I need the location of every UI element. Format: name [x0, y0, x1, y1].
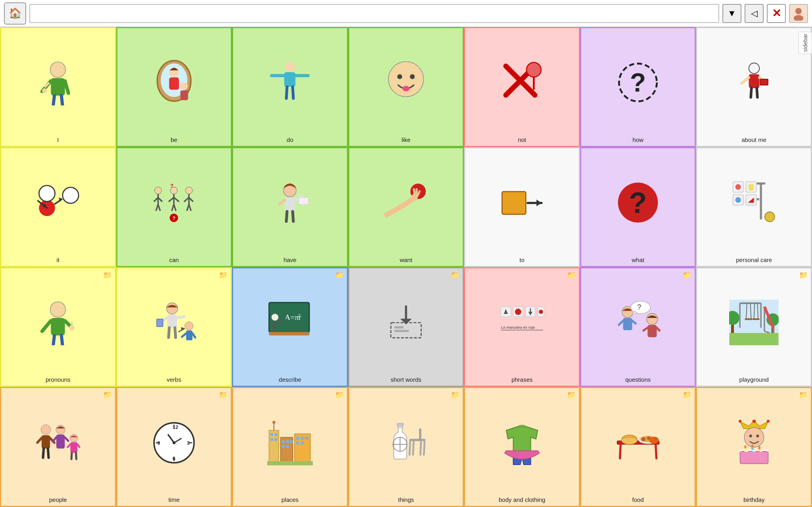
svg-marker-130 — [400, 319, 412, 325]
svg-point-249 — [749, 434, 752, 437]
svg-line-64 — [189, 205, 191, 211]
svg-rect-98 — [51, 318, 65, 335]
cell-not-label: not — [518, 136, 526, 143]
cell-places[interactable]: 📁 — [232, 387, 348, 507]
cell-not[interactable]: not — [464, 27, 580, 147]
cell-things[interactable]: 📁 things — [348, 387, 464, 507]
cell-phrases[interactable]: 📁 La manzana es roja phrases — [464, 267, 580, 387]
cell-it[interactable]: it — [0, 147, 116, 267]
svg-line-147 — [619, 321, 623, 325]
svg-rect-146 — [623, 318, 632, 330]
cell-want-label: want — [400, 256, 412, 264]
folder-icon: 📁 — [683, 390, 691, 399]
close-button[interactable]: ✕ — [767, 4, 786, 23]
cell-can-label: can — [169, 256, 179, 264]
sidebar-label[interactable]: sidebar — [799, 32, 812, 54]
svg-point-248 — [744, 428, 764, 448]
svg-line-37 — [756, 88, 757, 98]
svg-rect-228 — [410, 439, 425, 441]
svg-rect-220 — [296, 442, 299, 445]
cell-phrases-label: phrases — [511, 376, 532, 383]
cell-playground[interactable]: 📁 — [696, 267, 812, 387]
cell-pronouns[interactable]: 📁 pronouns — [0, 267, 116, 387]
svg-rect-219 — [305, 437, 308, 440]
cell-like[interactable]: like — [348, 27, 464, 147]
svg-line-155 — [657, 328, 659, 331]
svg-rect-212 — [286, 440, 289, 443]
dropdown-button[interactable]: ▼ — [722, 4, 741, 23]
svg-point-110 — [185, 322, 193, 330]
cell-food[interactable]: 📁 food — [580, 387, 696, 507]
cell-people[interactable]: 📁 — [0, 387, 116, 507]
svg-point-14 — [180, 82, 188, 90]
svg-rect-72 — [299, 197, 309, 205]
svg-line-179 — [43, 449, 44, 458]
home-button[interactable]: 🏠 — [4, 2, 26, 25]
svg-rect-33 — [749, 75, 759, 88]
cell-to-label: to — [519, 256, 525, 264]
cell-personal-care[interactable]: personal care — [696, 147, 812, 267]
svg-point-91 — [735, 197, 741, 203]
folder-icon: 📁 — [567, 390, 576, 399]
cell-questions[interactable]: 📁 ? questions — [580, 267, 696, 387]
svg-text:2: 2 — [298, 313, 301, 319]
svg-point-152 — [646, 314, 657, 325]
svg-line-235 — [620, 444, 620, 458]
svg-point-209 — [272, 421, 275, 424]
svg-line-36 — [751, 88, 751, 98]
svg-line-188 — [77, 444, 79, 447]
svg-rect-15 — [180, 90, 188, 100]
cell-how[interactable]: ? how — [580, 27, 696, 147]
svg-line-154 — [643, 328, 647, 331]
cell-to[interactable]: to — [464, 147, 580, 267]
folder-icon: 📁 — [103, 271, 112, 279]
cell-body-clothing-label: body and clothing — [499, 496, 546, 503]
svg-line-230 — [410, 441, 410, 455]
svg-line-5 — [65, 81, 69, 93]
svg-point-25 — [402, 86, 410, 91]
svg-rect-3 — [51, 78, 65, 96]
cell-time[interactable]: 📁 12 3 6 9 time — [116, 387, 232, 507]
cell-birthday[interactable]: 📁 — [696, 387, 812, 507]
cell-be[interactable]: be — [116, 27, 232, 147]
cell-what[interactable]: ? what — [580, 147, 696, 267]
svg-line-77 — [414, 189, 415, 194]
folder-icon: 📁 — [799, 271, 808, 279]
cell-i[interactable]: I — [0, 27, 116, 147]
svg-text:?: ? — [629, 187, 647, 219]
svg-line-56 — [174, 197, 179, 202]
cell-short-words[interactable]: 📁 short words — [348, 267, 464, 387]
cell-time-label: time — [169, 496, 180, 503]
svg-point-137 — [515, 308, 521, 315]
folder-icon: 📁 — [219, 390, 228, 399]
cell-have[interactable]: have — [232, 147, 348, 267]
svg-line-55 — [169, 197, 174, 202]
cell-can[interactable]: ? ? can — [116, 147, 232, 267]
svg-line-34 — [741, 78, 749, 84]
cell-i-label: I — [57, 136, 59, 143]
svg-point-244 — [647, 436, 650, 440]
cell-body-clothing[interactable]: 📁 body and clothing — [464, 387, 580, 507]
svg-point-185 — [70, 434, 77, 442]
cell-about-me[interactable]: about me — [696, 27, 812, 147]
svg-point-97 — [50, 302, 66, 318]
text-input[interactable] — [29, 4, 719, 23]
cell-do[interactable]: do — [232, 27, 348, 147]
cell-describe[interactable]: 📁 A=πr 2 describe — [232, 267, 348, 387]
cell-want[interactable]: want — [348, 147, 464, 267]
svg-rect-108 — [157, 319, 163, 327]
avatar-button[interactable] — [789, 4, 808, 23]
svg-point-202 — [172, 441, 175, 444]
svg-line-78 — [417, 189, 417, 194]
svg-point-0 — [795, 8, 802, 14]
svg-line-74 — [293, 211, 293, 221]
folder-icon: 📁 — [335, 271, 344, 279]
cell-verbs[interactable]: 📁 — [116, 267, 232, 387]
back-button[interactable]: ◁ — [745, 4, 764, 23]
folder-icon: 📁 — [451, 390, 460, 399]
svg-line-69 — [280, 200, 285, 204]
svg-line-231 — [413, 441, 414, 455]
cell-verbs-label: verbs — [167, 376, 182, 383]
svg-line-112 — [182, 333, 186, 337]
folder-icon: 📁 — [219, 271, 228, 279]
